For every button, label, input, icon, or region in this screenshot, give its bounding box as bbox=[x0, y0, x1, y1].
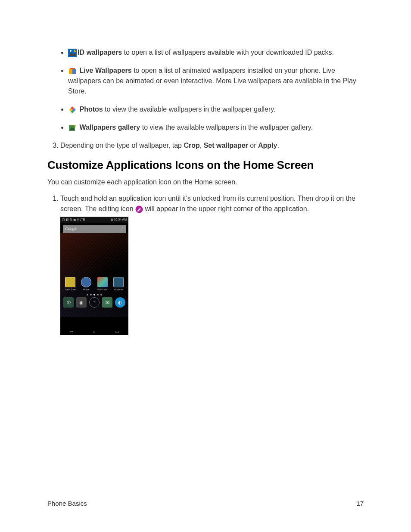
svg-rect-4 bbox=[69, 69, 72, 74]
live-wallpapers-label: Live Wallpapers bbox=[79, 67, 131, 74]
step-1: Touch and hold an application icon until… bbox=[60, 193, 364, 335]
phone-nav-bar: ⤺ ⌂ ▭ bbox=[60, 327, 128, 335]
app-mobile: Mobile bbox=[80, 277, 92, 292]
mic-icon: ⋮ bbox=[120, 226, 124, 232]
svg-rect-5 bbox=[72, 69, 76, 74]
page-footer: Phone Basics 17 bbox=[47, 500, 364, 507]
dock-phone-icon: ✆ bbox=[63, 297, 74, 308]
phone-status-bar: ▢◧⇅⏏ ⎙LTE ▮ 10:54 AM bbox=[60, 217, 128, 223]
wallpapers-gallery-text: to view the available wallpapers in the … bbox=[140, 124, 313, 131]
list-item: Photos to view the available wallpapers … bbox=[68, 104, 364, 115]
photos-icon bbox=[68, 106, 77, 114]
id-wallpapers-text: to open a list of wallpapers available w… bbox=[122, 49, 334, 56]
nav-home-icon: ⌂ bbox=[93, 328, 95, 335]
dock-browser-icon: ◐ bbox=[115, 297, 125, 308]
step3-end: . bbox=[277, 142, 279, 149]
footer-page-number: 17 bbox=[356, 500, 364, 507]
list-item: Live Wallpapers to open a list of animat… bbox=[68, 65, 364, 96]
wallpapers-gallery-label: Wallpapers gallery bbox=[79, 124, 140, 131]
id-wallpapers-label: ID wallpapers bbox=[78, 49, 122, 56]
footer-section: Phone Basics bbox=[47, 500, 87, 507]
phone-search-bar: Google ⋮ bbox=[63, 225, 126, 233]
dock-messaging-icon: ✉ bbox=[102, 297, 112, 308]
id-wallpapers-icon bbox=[68, 49, 77, 57]
phone-wallpaper-area: Sprint Zone Mobile Play Store Voicemail … bbox=[60, 233, 128, 317]
step3-sep2: or bbox=[248, 142, 258, 149]
dock-apps-icon: ⋯ bbox=[89, 297, 100, 308]
outer-steps-3: Depending on the type of wallpaper, tap … bbox=[47, 140, 364, 151]
step3-sep1: , bbox=[200, 142, 204, 149]
phone-dock: ✆ ◉ ⋯ ✉ ◐ bbox=[60, 296, 128, 309]
section-heading: Customize Applications Icons on the Home… bbox=[47, 159, 364, 172]
search-placeholder: Google bbox=[65, 226, 78, 232]
list-item: Wallpapers gallery to view the available… bbox=[68, 122, 364, 133]
app-sprint-zone: Sprint Zone bbox=[64, 277, 76, 292]
photos-label: Photos bbox=[79, 106, 103, 113]
photos-text: to view the available wallpapers in the … bbox=[103, 106, 276, 113]
status-lte: LTE bbox=[80, 218, 85, 222]
wallpapers-gallery-icon bbox=[68, 124, 77, 132]
live-wallpapers-icon bbox=[68, 67, 77, 75]
wallpaper-options-list: ID wallpapers to open a list of wallpape… bbox=[47, 47, 364, 133]
step1-part2: will appear in the upper right corner of… bbox=[143, 205, 309, 212]
outer-steps-1: Touch and hold an application icon until… bbox=[47, 193, 364, 335]
nav-recent-icon: ▭ bbox=[115, 328, 119, 335]
step3-pre: Depending on the type of wallpaper, tap bbox=[60, 142, 184, 149]
phone-screenshot: ▢◧⇅⏏ ⎙LTE ▮ 10:54 AM Google ⋮ Sprint Zon… bbox=[60, 217, 128, 335]
step-3: Depending on the type of wallpaper, tap … bbox=[60, 140, 364, 151]
app-voicemail: Voicemail bbox=[112, 277, 125, 292]
app-play-store: Play Store bbox=[97, 277, 109, 292]
status-time: 10:54 AM bbox=[114, 218, 127, 221]
editing-icon bbox=[135, 205, 143, 213]
dock-camera-icon: ◉ bbox=[76, 297, 87, 308]
step3-set: Set wallpaper bbox=[204, 142, 248, 149]
step3-apply: Apply bbox=[258, 142, 277, 149]
list-item: ID wallpapers to open a list of wallpape… bbox=[68, 47, 364, 58]
svg-point-2 bbox=[70, 50, 72, 52]
section-intro: You can customize each application icon … bbox=[47, 177, 364, 187]
phone-app-row: Sprint Zone Mobile Play Store Voicemail bbox=[60, 277, 128, 292]
nav-back-icon: ⤺ bbox=[70, 328, 73, 335]
step3-crop: Crop bbox=[184, 142, 199, 149]
